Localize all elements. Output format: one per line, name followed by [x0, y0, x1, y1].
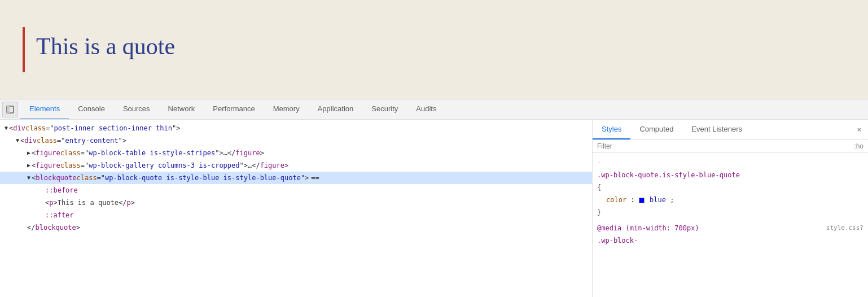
devtools-tab-bar: Elements Console Sources Network Perform… [0, 99, 868, 120]
styles-close-brace: } [597, 206, 863, 219]
tab-computed[interactable]: Computed [630, 120, 682, 139]
triangle-icon[interactable]: ▶ [27, 147, 30, 159]
tab-elements[interactable]: Elements [20, 99, 69, 120]
tab-console[interactable]: Console [69, 99, 114, 120]
quote-border [23, 27, 25, 72]
tab-performance[interactable]: Performance [204, 99, 264, 120]
styles-rule-selector[interactable]: .wp-block-quote.is-style-blue-quote [597, 169, 863, 181]
filter-hint: :ho [854, 142, 863, 150]
webpage-area: This is a quote [0, 0, 868, 99]
styles-tab-bar: Styles Computed Event Listeners × [593, 120, 868, 140]
dom-panel[interactable]: ▼ <div class="post-inner section-inner t… [0, 120, 593, 297]
svg-rect-1 [7, 106, 10, 113]
tab-network[interactable]: Network [159, 99, 204, 120]
styles-panel: Styles Computed Event Listeners × :ho [593, 120, 868, 297]
tab-application[interactable]: Application [309, 99, 363, 120]
styles-dash: - [597, 156, 863, 169]
tab-audits[interactable]: Audits [407, 99, 445, 120]
triangle-icon[interactable]: ▼ [5, 123, 8, 134]
dom-line[interactable]: </blockquote> [0, 221, 592, 234]
dom-line[interactable]: ▼ <div class="post-inner section-inner t… [0, 122, 592, 134]
devtools-icon [2, 102, 18, 117]
dom-line[interactable]: ::before [0, 184, 592, 196]
styles-content: - .wp-block-quote.is-style-blue-quote { … [593, 153, 868, 250]
styles-filter-input[interactable] [597, 142, 854, 150]
triangle-icon[interactable]: ▼ [16, 135, 19, 146]
tab-styles[interactable]: Styles [593, 120, 630, 139]
styles-property-color[interactable]: color : blue ; [597, 194, 863, 206]
tab-sources[interactable]: Sources [114, 99, 159, 120]
styles-media-rule: @media (min-width: 700px) style.css? [597, 222, 863, 234]
styles-nested-selector: .wp-block- [597, 234, 863, 247]
dom-line[interactable]: ▼ <div class="entry-content"> [0, 134, 592, 147]
blockquote-display: This is a quote [23, 27, 175, 72]
devtools-panel: Elements Console Sources Network Perform… [0, 99, 868, 297]
triangle-icon[interactable]: ▶ [27, 160, 30, 171]
dom-line[interactable]: ▶ <figure class="wp-block-table is-style… [0, 147, 592, 159]
tab-memory[interactable]: Memory [264, 99, 309, 120]
dom-line[interactable]: ::after [0, 209, 592, 221]
dom-line-selected[interactable]: ▼ <blockquote class="wp-block-quote is-s… [0, 172, 592, 184]
dom-line[interactable]: ▶ <figure class="wp-block-gallery column… [0, 159, 592, 172]
triangle-icon[interactable]: ▼ [27, 172, 30, 184]
styles-open-brace: { [597, 181, 863, 194]
tab-event-listeners[interactable]: Event Listeners [682, 120, 751, 139]
styles-filter-bar: :ho [593, 140, 868, 153]
dom-line[interactable]: <p>This is a quote </p> [0, 196, 592, 209]
quote-text: This is a quote [36, 27, 175, 72]
tab-security[interactable]: Security [362, 99, 407, 120]
close-styles-button[interactable]: × [850, 120, 868, 139]
color-swatch-blue [639, 198, 645, 203]
devtools-body: ▼ <div class="post-inner section-inner t… [0, 120, 868, 297]
